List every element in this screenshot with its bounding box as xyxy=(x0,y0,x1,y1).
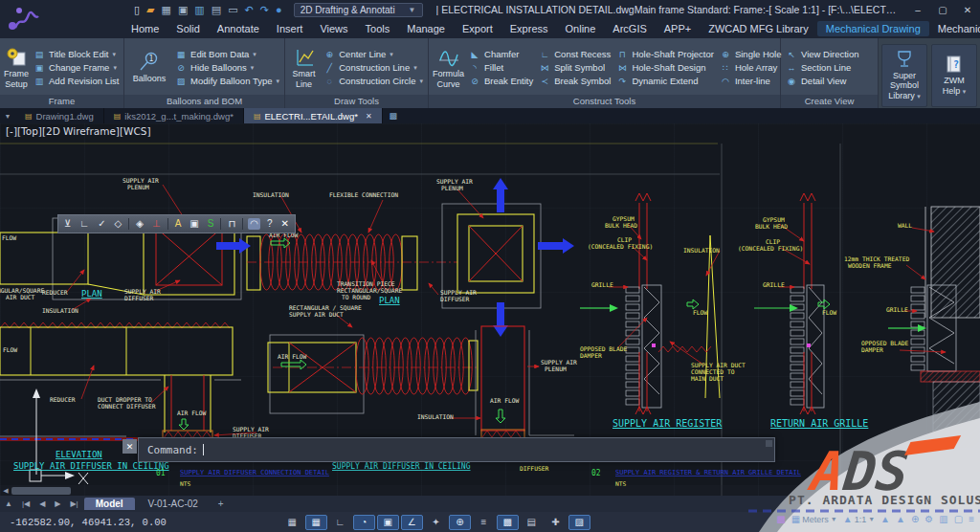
menu-tab-solid[interactable]: Solid xyxy=(167,21,208,36)
menu-tab-views[interactable]: Views xyxy=(311,21,356,36)
save-all-icon[interactable]: ▥ xyxy=(194,5,204,15)
scroll-left-icon[interactable]: ◀ xyxy=(0,487,11,495)
fillet-button[interactable]: ◝Fillet xyxy=(467,62,535,73)
modify-balloon-type-button[interactable]: ▨Modify Balloon Type▾ xyxy=(173,76,281,86)
redo-icon[interactable]: ↷ xyxy=(260,5,269,15)
doc-tab-list-button[interactable]: ▼ xyxy=(0,108,15,123)
image-icon[interactable]: ▣ xyxy=(188,218,200,230)
sync-icon[interactable]: ● xyxy=(276,5,282,15)
split-symbol-button[interactable]: ⋈Split Symbol xyxy=(537,62,612,73)
open-folder-icon[interactable]: ▰ xyxy=(146,5,154,15)
polar-toggle[interactable]: ◔ xyxy=(353,515,375,530)
otrack-toggle[interactable]: ∠ xyxy=(401,515,423,530)
fullscreen-icon[interactable]: ▢ xyxy=(954,514,963,524)
check-icon[interactable]: ✓ xyxy=(96,218,107,230)
annotation-scale-dropdown[interactable]: ▲1:1▼ xyxy=(843,514,875,524)
const-recess-button[interactable]: ∟Const Recess xyxy=(537,49,612,59)
menu-tab-manage[interactable]: Manage xyxy=(398,21,454,36)
menu-tab-tools[interactable]: Tools xyxy=(357,21,399,36)
inter-line-button[interactable]: ◠Inter-line xyxy=(718,76,784,86)
menu-tab-mechanical-annotation[interactable]: Mechanical Annotation xyxy=(929,21,980,36)
plot-icon[interactable]: ▤ xyxy=(212,5,221,15)
ortho-toggle[interactable]: ∟ xyxy=(329,515,351,530)
layout-nav-2[interactable]: ▶ xyxy=(50,499,65,508)
edit-tool-icon[interactable]: ⊻ xyxy=(62,218,73,230)
s-tool-icon[interactable]: S xyxy=(206,218,216,230)
layout-nav-1[interactable]: ◀ xyxy=(34,499,50,508)
edit-bom-data-button[interactable]: ▦Edit Bom Data▾ xyxy=(173,49,281,59)
save-icon[interactable]: ▦ xyxy=(162,5,171,15)
hole-shaft-design-button[interactable]: ⋈Hole-Shaft Design xyxy=(614,62,716,73)
add-layout-button[interactable]: + xyxy=(211,499,232,509)
transparency-toggle[interactable]: ▩ xyxy=(497,515,519,530)
command-scroll-handle[interactable] xyxy=(766,440,772,447)
help-icon[interactable]: ? xyxy=(265,218,275,230)
maximize-button[interactable]: ▢ xyxy=(930,5,955,15)
weld-symbol-icon[interactable]: ⊥ xyxy=(150,218,163,230)
close-tab-icon[interactable]: ✕ xyxy=(366,112,372,121)
section-line-button[interactable]: ↔Section Line xyxy=(784,62,861,73)
formula-curve-button[interactable]: Formula Curve xyxy=(432,40,465,95)
annotation-add-toggle[interactable]: ✚ xyxy=(545,515,567,530)
menu-tab-express[interactable]: Express xyxy=(501,21,557,36)
break-symbol-button[interactable]: ≺Break Symbol xyxy=(537,76,612,86)
smart-line-button[interactable]: Smart Line xyxy=(288,40,320,95)
hole-array-button[interactable]: ∷Hole Array xyxy=(718,62,784,73)
menu-tab-zwcad-mfg-library[interactable]: ZWCAD MFG Library xyxy=(700,21,817,36)
grid-toggle[interactable]: ▦ xyxy=(281,515,303,530)
command-window[interactable]: Command: xyxy=(138,437,775,462)
hole-shaft-projector-button[interactable]: ⊓Hole-Shaft Projector xyxy=(614,49,716,59)
zwcad-logo[interactable] xyxy=(0,0,50,38)
units-dropdown[interactable]: ▦Meters▼ xyxy=(791,514,837,524)
view-direction-button[interactable]: ↖View Direction xyxy=(784,49,861,59)
single-hole-button[interactable]: ⊕Single Hole xyxy=(718,49,784,59)
annotation-monitor-toggle[interactable]: ▨ xyxy=(568,515,590,530)
menu-tab-app[interactable]: APP+ xyxy=(656,21,700,36)
construction-line-button[interactable]: ╱Construction Line▾ xyxy=(322,62,425,73)
menu-tab-annotate[interactable]: Annotate xyxy=(209,21,268,36)
save-as-icon[interactable]: ▣ xyxy=(178,5,188,15)
new-tab-button[interactable]: ▩ xyxy=(383,108,404,123)
dynamic-extend-button[interactable]: ↷Dynamic Extend xyxy=(614,76,716,86)
minimize-button[interactable]: – xyxy=(905,5,930,15)
menu-icon[interactable]: ≡ xyxy=(969,514,974,524)
zwm-help-button[interactable]: ? ZWM Help ▾ xyxy=(931,44,977,107)
hardware-icon[interactable]: ▥ xyxy=(939,514,947,524)
quick-props-toggle[interactable]: ▤ xyxy=(521,515,543,530)
preview-icon[interactable]: ▭ xyxy=(228,5,237,15)
workspace-switch-icon[interactable]: ▩ xyxy=(776,514,785,524)
doc-tab-electri-etail-dwg[interactable]: ▤ELECTRI...ETAIL.dwg*✕ xyxy=(244,108,383,123)
clipboard-icon[interactable]: ⊓ xyxy=(226,218,237,230)
super-symbol-library-button[interactable]: Super Symbol Library ▾ xyxy=(881,44,927,107)
text-style-icon[interactable]: A xyxy=(173,218,184,230)
lwt-display-toggle[interactable]: ≡ xyxy=(473,515,495,530)
menu-tab-online[interactable]: Online xyxy=(557,21,605,36)
detail-view-button[interactable]: ◉Detail View xyxy=(784,76,861,86)
viewport-controls[interactable]: [-][Top][2D Wireframe][WCS] xyxy=(6,125,151,137)
break-entity-button[interactable]: ⊘Break Entity xyxy=(467,76,535,86)
annotation-auto-icon[interactable]: ▲ xyxy=(896,514,905,524)
menu-tab-arcgis[interactable]: ArcGIS xyxy=(604,21,655,36)
scrollbar-thumb[interactable] xyxy=(11,487,71,495)
close-icon[interactable]: ✕ xyxy=(279,218,291,230)
balloons-button[interactable]: 1 Balloons xyxy=(127,40,171,95)
arc-tool-icon[interactable]: ◠ xyxy=(248,218,260,230)
add-revision-list-button[interactable]: ▥Add Revision List xyxy=(32,76,121,86)
center-line-button[interactable]: ⊕Center Line▾ xyxy=(322,49,425,59)
title-block-edit-button[interactable]: ▤Title Block Edit▾ xyxy=(32,49,121,59)
osnap-toggle[interactable]: ▣ xyxy=(377,515,399,530)
change-frame-button[interactable]: ▣Change Frame▾ xyxy=(32,62,121,73)
isolate-icon[interactable]: ⊕ xyxy=(911,514,919,524)
menu-tab-insert[interactable]: Insert xyxy=(268,21,312,36)
chamfer-button[interactable]: ◣Chamfer xyxy=(467,49,535,59)
frame-setup-button[interactable]: Frame Setup xyxy=(3,40,30,95)
hide-balloons-button[interactable]: ⊘Hide Balloons▾ xyxy=(173,62,281,73)
menu-tab-home[interactable]: Home xyxy=(122,21,167,36)
layout-nav-0[interactable]: |◀ xyxy=(17,499,34,508)
construction-circle-button[interactable]: ◌Construction Circle▾ xyxy=(322,76,425,86)
menu-tab-export[interactable]: Export xyxy=(454,21,501,36)
new-file-icon[interactable]: ▯ xyxy=(134,5,140,15)
doc-tab-drawing1-dwg[interactable]: ▤Drawing1.dwg xyxy=(15,108,104,123)
layout-collapse-button[interactable]: ▲ xyxy=(0,499,17,508)
layout-tab-model[interactable]: Model xyxy=(84,498,135,510)
